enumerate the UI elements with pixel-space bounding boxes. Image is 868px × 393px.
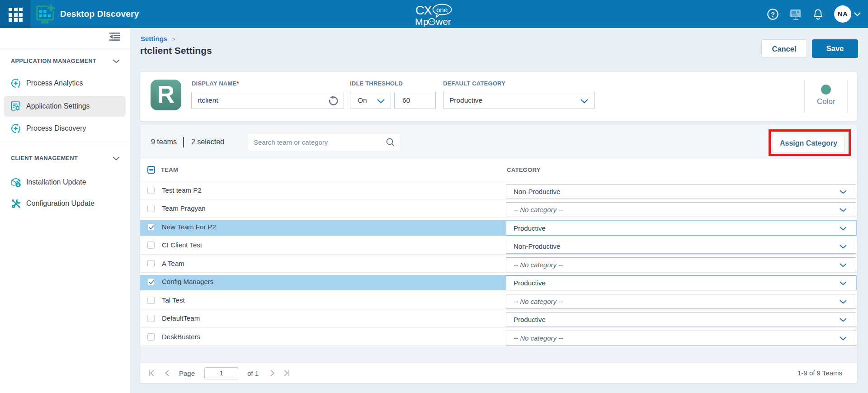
- svg-text:M: M: [415, 16, 423, 27]
- svg-text:wer: wer: [435, 16, 451, 27]
- svg-text:CX: CX: [415, 4, 432, 17]
- svg-text:?: ?: [771, 11, 775, 18]
- svg-text:p: p: [423, 16, 429, 27]
- svg-text:one: one: [436, 6, 448, 14]
